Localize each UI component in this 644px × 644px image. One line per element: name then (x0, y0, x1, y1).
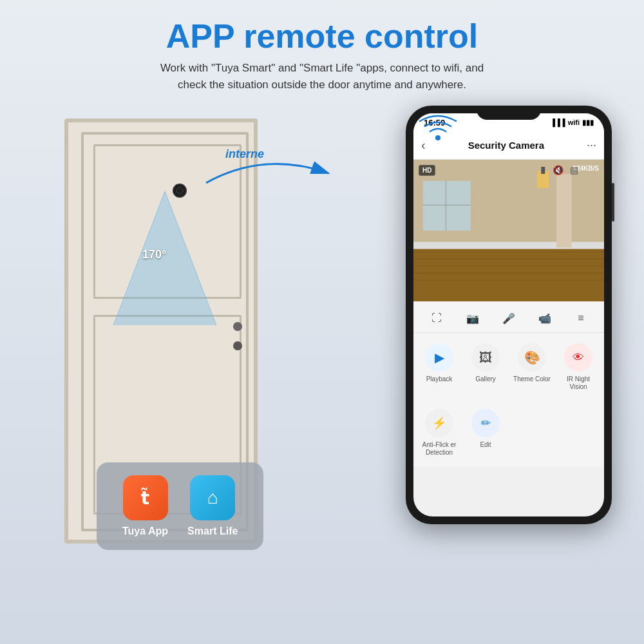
svg-rect-16 (541, 167, 545, 174)
svg-rect-17 (423, 181, 471, 231)
feature-gallery[interactable]: 🖼 Gallery (462, 338, 509, 396)
smartlife-logo: ⌂ (207, 488, 218, 508)
camera-controls-top: 🔇 ▤ (553, 165, 578, 175)
theme-icon: 🎨 (518, 343, 546, 372)
features-grid-2: ⚡ Anti-Flick er Detection ✏ Edit (413, 401, 604, 467)
tuya-app-label: Tuya App (122, 526, 168, 537)
tuya-logo: t̃ (141, 488, 149, 509)
battery-icon: ▮▮▮ (582, 118, 594, 127)
svg-point-4 (435, 135, 440, 140)
header: APP remote control Work with "Tuya Smart… (0, 0, 644, 99)
subtitle: Work with "Tuya Smart" and "Smart Life "… (0, 60, 644, 93)
page-container: APP remote control Work with "Tuya Smart… (0, 0, 644, 644)
signal-icon: ▐▐▐ (550, 118, 565, 126)
phone-outer: 16:59 ▐▐▐ wifi ▮▮▮ ‹ Security Camera ··· (406, 106, 612, 524)
porch-scene-svg (413, 160, 604, 301)
gallery-label: Gallery (475, 375, 496, 383)
hd-badge: HD (419, 165, 435, 176)
feature-edit[interactable]: ✏ Edit (462, 404, 509, 462)
record-icon[interactable]: 📹 (536, 309, 554, 327)
tuya-app-icon: t̃ (123, 475, 168, 520)
content-area: 170° interne (0, 99, 644, 601)
arrow-svg (187, 138, 348, 196)
edit-label: Edit (480, 441, 491, 449)
feature-theme[interactable]: 🎨 Theme Color (509, 338, 555, 396)
fov-angle-label: 170° (142, 248, 166, 261)
layout-icon[interactable]: ▤ (570, 165, 578, 175)
status-icons: ▐▐▐ wifi ▮▮▮ (550, 118, 594, 127)
playback-label: Playback (426, 375, 453, 383)
phone-notch (477, 106, 541, 120)
theme-label: Theme Color (513, 375, 551, 383)
svg-rect-14 (556, 174, 572, 247)
nav-title: Security Camera (468, 140, 544, 151)
antiflicker-label: Anti-Flick er Detection (419, 441, 460, 457)
arrow-container: interne (187, 138, 348, 202)
controls-row1: ⛶ 📷 🎤 📹 ≡ (413, 301, 604, 333)
phone-screen: 16:59 ▐▐▐ wifi ▮▮▮ ‹ Security Camera ··· (413, 113, 604, 516)
ir-icon: 👁 (564, 343, 592, 372)
gallery-icon: 🖼 (471, 343, 500, 372)
wifi-svg (419, 112, 457, 144)
phone-section: 16:59 ▐▐▐ wifi ▮▮▮ ‹ Security Camera ··· (406, 106, 625, 595)
app-icons-section: t̃ Tuya App ⌂ Smart Life (97, 462, 263, 550)
mute-icon[interactable]: 🔇 (553, 165, 564, 175)
svg-rect-13 (413, 242, 604, 249)
features-grid-1: ▶ Playback 🖼 Gallery 🎨 Theme Color (413, 333, 604, 401)
antiflicker-icon: ⚡ (425, 409, 453, 437)
porch-scene (413, 160, 604, 301)
smartlife-app-icon: ⌂ (190, 475, 235, 520)
side-button (612, 183, 614, 222)
ir-label: IR Night Vision (558, 375, 599, 391)
camera-view: HD 124KB/S 🔇 ▤ (413, 160, 604, 301)
playback-icon: ▶ (425, 343, 453, 372)
edit-icon: ✏ (471, 409, 500, 437)
settings-icon[interactable]: ≡ (572, 309, 590, 327)
feature-ir[interactable]: 👁 IR Night Vision (555, 338, 601, 396)
door-section: 170° interne (26, 106, 296, 589)
feature-playback[interactable]: ▶ Playback (416, 338, 462, 396)
snapshot-icon[interactable]: 📷 (464, 309, 482, 327)
smartlife-app-item: ⌂ Smart Life (187, 475, 238, 537)
wifi-icon (419, 112, 457, 147)
fullscreen-icon[interactable]: ⛶ (428, 309, 446, 327)
tuya-app-item: t̃ Tuya App (122, 475, 168, 537)
phone-bottom: ⛶ 📷 🎤 📹 ≡ ▶ Playback (413, 301, 604, 467)
smartlife-app-label: Smart Life (187, 526, 238, 537)
mic-icon[interactable]: 🎤 (500, 309, 518, 327)
feature-antiflicker[interactable]: ⚡ Anti-Flick er Detection (416, 404, 462, 462)
main-title: APP remote control (0, 18, 644, 55)
wifi-status-icon: wifi (568, 118, 580, 126)
more-button[interactable]: ··· (587, 138, 596, 152)
